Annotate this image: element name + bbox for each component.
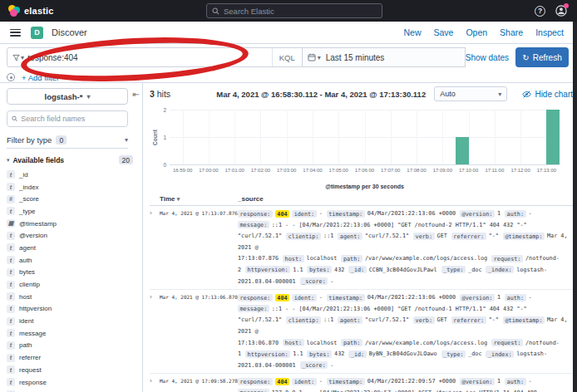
- x-tick-label: 17:09:00: [433, 168, 452, 173]
- refresh-button[interactable]: ↻ Refresh: [515, 47, 569, 67]
- field-search-input[interactable]: [21, 115, 123, 123]
- global-search-field[interactable]: [224, 7, 377, 16]
- interval-value: Auto: [440, 90, 456, 98]
- field-chip: httpversion:: [245, 350, 290, 358]
- sort-down-icon[interactable]: ▾: [177, 196, 180, 202]
- chevron-down-icon: ▾: [21, 54, 24, 61]
- eye-slash-icon: [522, 90, 531, 99]
- field-item-message[interactable]: tmessage: [7, 327, 137, 340]
- field-item-@timestamp[interactable]: ▦@timestamp: [7, 218, 137, 230]
- hide-chart-button[interactable]: Hide chart: [522, 90, 573, 99]
- field-item-response[interactable]: tresponse: [7, 376, 137, 389]
- table-row[interactable]: ›Mar 4, 2021 @ 17:09:58.278response:404i…: [150, 374, 573, 392]
- field-chip: timestamp:: [327, 210, 365, 218]
- hide-chart-label: Hide chart: [535, 90, 573, 99]
- expand-row-icon[interactable]: ›: [150, 208, 160, 287]
- row-time: Mar 4, 2021 @ 17:13:07.876: [160, 208, 233, 287]
- filter-options-icon[interactable]: [7, 73, 15, 81]
- time-range-picker[interactable]: ▾ Last 15 minutes: [303, 47, 466, 67]
- field-item-_index[interactable]: t_index: [7, 181, 137, 194]
- field-item-bytes[interactable]: tbytes: [7, 267, 137, 279]
- field-item-request[interactable]: trequest: [7, 364, 137, 376]
- field-chip: response:: [238, 210, 273, 218]
- source-column-header[interactable]: _source: [238, 195, 264, 203]
- nav-actions: NewSaveOpenShareInspect: [403, 27, 567, 37]
- field-value: 432: [334, 267, 344, 273]
- field-value: 04/Mar/2021:22:13:06 +0000: [367, 210, 456, 217]
- menu-icon[interactable]: [10, 29, 21, 37]
- field-item-_id[interactable]: t_id: [7, 169, 137, 181]
- field-item-@version[interactable]: t@version: [7, 229, 137, 242]
- field-item-ident[interactable]: tident: [7, 315, 137, 327]
- field-item-_score[interactable]: #_score: [7, 193, 137, 205]
- elastic-logo[interactable]: elastic: [8, 5, 54, 17]
- field-value: ::1: [323, 233, 333, 239]
- field-name: _score: [19, 195, 39, 203]
- notification-dot: [564, 3, 569, 8]
- field-type-icon: t: [7, 317, 15, 326]
- field-search-box[interactable]: [7, 110, 128, 127]
- index-pattern-select[interactable]: logstash-* ▾: [7, 88, 128, 105]
- kql-query-input[interactable]: ▾ KQL: [7, 47, 303, 67]
- field-chip: clientip:: [286, 316, 321, 324]
- show-dates-link[interactable]: Show dates: [466, 53, 509, 62]
- user-avatar[interactable]: [555, 5, 567, 17]
- field-name: _index: [19, 184, 39, 191]
- query-language-label[interactable]: KQL: [272, 48, 297, 66]
- field-name: path: [19, 341, 32, 349]
- field-chip: verb:: [413, 316, 434, 324]
- collapse-sidebar-icon[interactable]: ⇤: [133, 90, 140, 99]
- brand-name: elastic: [24, 6, 54, 16]
- y-tick-label: 0: [163, 162, 166, 168]
- field-type-icon: t: [7, 305, 15, 313]
- field-type-icon: t: [7, 281, 15, 289]
- nav-action-open[interactable]: Open: [466, 27, 487, 37]
- gridline: [260, 110, 261, 164]
- query-field[interactable]: [27, 53, 269, 62]
- field-chip: response:: [238, 378, 273, 385]
- field-value: GET: [437, 233, 447, 239]
- nav-action-inspect[interactable]: Inspect: [535, 27, 564, 37]
- nav-action-share[interactable]: Share: [500, 27, 523, 37]
- saved-query-menu-icon[interactable]: ▾: [12, 54, 24, 61]
- help-icon[interactable]: ?: [535, 6, 545, 17]
- field-value: 04/Mar/2021:22:09:57 +0000: [367, 378, 456, 385]
- field-chip: ident:: [292, 378, 317, 385]
- field-item-path[interactable]: tpath: [7, 340, 137, 352]
- x-tick-label: 17:11:00: [485, 168, 504, 173]
- field-chip: agent:: [338, 233, 362, 240]
- field-item-host[interactable]: thost: [7, 291, 137, 303]
- discover-app-badge[interactable]: D: [31, 27, 43, 39]
- field-item-_type[interactable]: t_type: [7, 205, 137, 218]
- field-item-timestamp[interactable]: ttimestamp: [7, 388, 137, 392]
- field-item-clientip[interactable]: tclientip: [7, 278, 137, 291]
- histogram-bar-17:09:30[interactable]: [456, 137, 469, 164]
- global-search-input[interactable]: [206, 3, 382, 18]
- expand-row-icon[interactable]: ›: [150, 376, 160, 392]
- field-item-auth[interactable]: tauth: [7, 254, 137, 267]
- field-item-referrer[interactable]: treferrer: [7, 351, 137, 364]
- field-name: ident: [19, 317, 33, 325]
- time-column-header[interactable]: Time ▾: [160, 195, 233, 203]
- table-row[interactable]: ›Mar 4, 2021 @ 17:13:07.876response:404i…: [150, 206, 573, 290]
- fields-list: t_idt_index#_scoret_type▦@timestampt@ver…: [7, 169, 137, 392]
- time-range-value[interactable]: Last 15 minutes: [326, 53, 385, 62]
- field-value: 04/Mar/2021:22:13:06 +0000: [367, 294, 456, 301]
- scrollbar-track[interactable]: [573, 22, 577, 392]
- histogram-chart[interactable]: Count 210 16:59:0017:00:0017:01:0017:02:…: [150, 105, 573, 191]
- available-fields-header[interactable]: ▾ Available fields 20: [7, 155, 133, 164]
- field-item-agent[interactable]: tagent: [7, 242, 137, 254]
- field-item-httpversion[interactable]: thttpversion: [7, 303, 137, 316]
- expand-row-icon[interactable]: ›: [150, 292, 160, 371]
- field-type-icon: t: [7, 354, 15, 362]
- calendar-icon: ▦: [7, 219, 15, 228]
- nav-action-new[interactable]: New: [403, 27, 421, 37]
- histogram-bar-17:13:00[interactable]: [546, 110, 560, 164]
- interval-select[interactable]: Auto ▾: [434, 86, 507, 101]
- add-filter-button[interactable]: + Add filter: [22, 73, 59, 82]
- calendar-icon[interactable]: ▾: [308, 53, 321, 61]
- nav-action-save[interactable]: Save: [433, 27, 453, 37]
- field-type-icon: t: [7, 378, 15, 386]
- table-row[interactable]: ›Mar 4, 2021 @ 17:13:06.870response:404i…: [150, 290, 573, 374]
- filter-by-type[interactable]: Filter by type 0 ▾: [7, 132, 128, 149]
